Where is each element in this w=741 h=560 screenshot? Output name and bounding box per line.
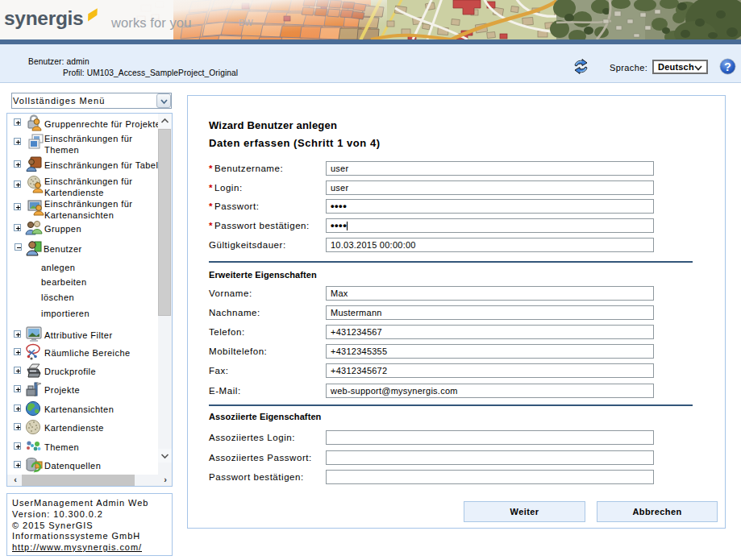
svg-text:?: ? bbox=[724, 60, 731, 73]
